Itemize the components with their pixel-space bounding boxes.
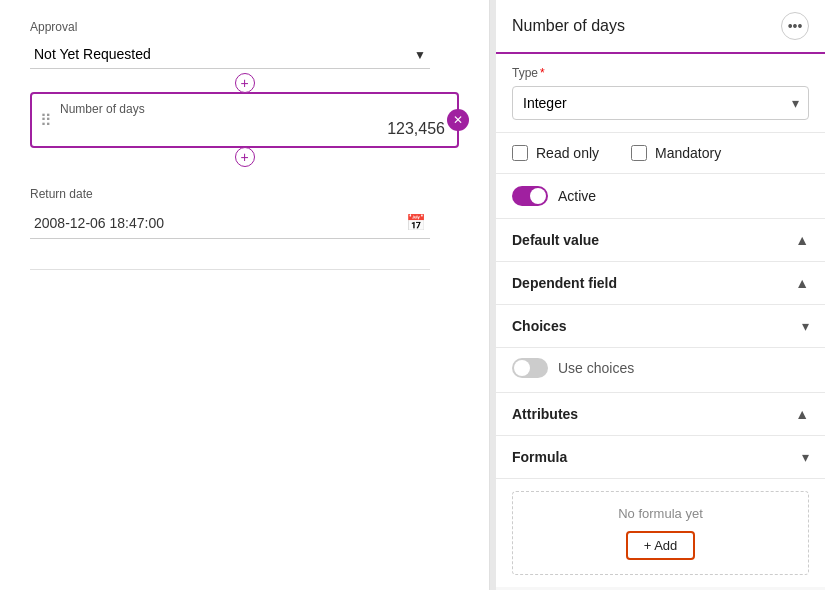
read-only-checkbox-item[interactable]: Read only <box>512 145 599 161</box>
add-formula-button[interactable]: + Add <box>626 531 696 560</box>
number-of-days-card: ⠿ Number of days 123,456 ✕ <box>30 92 459 148</box>
left-panel: Approval Not Yet Requested ▼ + ⠿ Number … <box>0 0 490 590</box>
no-formula-text: No formula yet <box>527 506 794 521</box>
return-date-section: Return date 2008-12-06 18:47:00 📅 <box>30 187 459 239</box>
mandatory-checkbox[interactable] <box>631 145 647 161</box>
default-value-section[interactable]: Default value ▲ <box>496 219 825 262</box>
dependent-field-chevron-icon: ▲ <box>795 275 809 291</box>
add-above-button[interactable]: + <box>235 73 255 93</box>
choices-content: Use choices <box>496 348 825 393</box>
active-label: Active <box>558 188 596 204</box>
right-panel: Number of days ••• Type * Integer Text B… <box>496 0 825 590</box>
read-only-checkbox[interactable] <box>512 145 528 161</box>
formula-section-header[interactable]: Formula ▾ <box>496 436 825 479</box>
type-select[interactable]: Integer Text Boolean Date Float <box>512 86 809 120</box>
no-formula-box: No formula yet + Add <box>512 491 809 575</box>
attributes-chevron-icon: ▲ <box>795 406 809 422</box>
approval-label: Approval <box>30 20 459 34</box>
divider <box>30 269 430 270</box>
active-toggle[interactable] <box>512 186 548 206</box>
more-icon: ••• <box>788 18 803 34</box>
field-container: + ⠿ Number of days 123,456 ✕ + <box>30 73 459 167</box>
use-choices-slider <box>512 358 548 378</box>
type-section: Type * Integer Text Boolean Date Float ▾ <box>496 54 825 133</box>
card-field-label: Number of days <box>60 102 445 116</box>
mandatory-checkbox-item[interactable]: Mandatory <box>631 145 721 161</box>
return-date-value: 2008-12-06 18:47:00 <box>34 215 406 231</box>
drag-handle-icon[interactable]: ⠿ <box>40 111 52 130</box>
use-choices-toggle[interactable] <box>512 358 548 378</box>
card-field-value: 123,456 <box>60 120 445 138</box>
more-options-button[interactable]: ••• <box>781 12 809 40</box>
choices-section-header[interactable]: Choices ▾ <box>496 305 825 348</box>
toggle-slider <box>512 186 548 206</box>
required-star: * <box>540 66 545 80</box>
formula-content: No formula yet + Add <box>496 479 825 587</box>
calendar-icon[interactable]: 📅 <box>406 213 426 232</box>
field-title: Number of days <box>512 17 625 35</box>
field-header: Number of days ••• <box>496 0 825 54</box>
formula-title: Formula <box>512 449 567 465</box>
add-below-button[interactable]: + <box>235 147 255 167</box>
card-content: Number of days 123,456 <box>60 102 445 138</box>
type-select-wrapper[interactable]: Integer Text Boolean Date Float ▾ <box>512 86 809 120</box>
default-value-chevron-icon: ▲ <box>795 232 809 248</box>
add-row-top: + <box>30 73 459 93</box>
mandatory-label: Mandatory <box>655 145 721 161</box>
dependent-field-title: Dependent field <box>512 275 617 291</box>
type-label: Type * <box>512 66 809 80</box>
return-date-label: Return date <box>30 187 459 201</box>
read-only-label: Read only <box>536 145 599 161</box>
choices-title: Choices <box>512 318 566 334</box>
checkboxes-row: Read only Mandatory <box>496 133 825 174</box>
add-formula-label: + Add <box>644 538 678 553</box>
add-row-bottom: + <box>30 147 459 167</box>
active-row: Active <box>496 174 825 219</box>
dependent-field-section[interactable]: Dependent field ▲ <box>496 262 825 305</box>
approval-wrapper[interactable]: Not Yet Requested ▼ <box>30 40 430 69</box>
use-choices-label: Use choices <box>558 360 634 376</box>
approval-select[interactable]: Not Yet Requested <box>30 40 430 69</box>
attributes-section[interactable]: Attributes ▲ <box>496 393 825 436</box>
formula-chevron-icon: ▾ <box>802 449 809 465</box>
attributes-title: Attributes <box>512 406 578 422</box>
return-date-wrapper: 2008-12-06 18:47:00 📅 <box>30 207 430 239</box>
choices-chevron-icon: ▾ <box>802 318 809 334</box>
close-card-button[interactable]: ✕ <box>447 109 469 131</box>
default-value-title: Default value <box>512 232 599 248</box>
